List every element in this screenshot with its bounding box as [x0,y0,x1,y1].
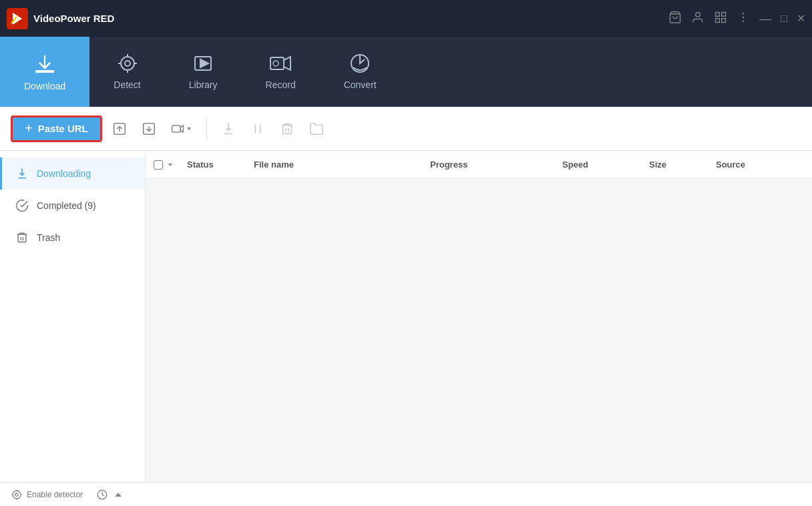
restore-button[interactable]: □ [781,13,787,25]
delete-button[interactable] [275,117,299,141]
svg-point-14 [125,61,130,66]
svg-point-45 [13,491,21,499]
svg-rect-11 [35,70,54,73]
tab-convert[interactable]: Convert [320,37,401,107]
app-title: VideoPower RED [33,13,114,24]
close-button[interactable]: ✕ [797,12,805,25]
tab-convert-label: Convert [344,79,377,90]
th-status: Status [187,160,254,170]
svg-point-13 [121,57,134,70]
statusbar: Enable detector [0,482,812,506]
content-area: Status File name Progress Speed Size Sou… [146,151,812,482]
app-logo: VideoPower RED [7,8,668,29]
sidebar-completed-label: Completed (9) [37,200,96,211]
table-body [146,179,812,482]
sidebar-downloading-label: Downloading [37,168,91,179]
expand-chevron[interactable] [115,493,122,497]
import-button[interactable] [137,117,161,141]
svg-marker-31 [187,128,191,130]
tab-library-label: Library [189,79,218,90]
table-header: Status File name Progress Speed Size Sou… [146,151,812,179]
th-checkbox [154,160,187,170]
svg-rect-29 [172,125,180,132]
th-source: Source [716,160,804,170]
tab-library[interactable]: Library [165,37,242,107]
th-progress: Progress [430,160,562,170]
svg-rect-6 [722,18,726,22]
select-all-checkbox[interactable] [154,160,163,170]
svg-rect-36 [282,125,291,134]
svg-point-3 [696,12,700,17]
app-logo-icon [7,8,28,29]
svg-rect-7 [716,18,720,22]
svg-rect-41 [18,234,26,242]
toolbar-divider-1 [206,118,207,140]
svg-marker-30 [180,125,183,132]
paste-url-label: Paste URL [38,123,88,134]
tab-record-label: Record [266,79,296,90]
user-icon[interactable] [691,11,704,27]
pause-button[interactable] [246,117,270,141]
cart-icon[interactable] [668,11,682,27]
svg-point-10 [743,20,745,22]
paste-url-button[interactable]: + Paste URL [11,115,102,142]
tab-detect-label: Detect [114,79,140,90]
nav-tabs: Download Detect Library Record [0,37,812,107]
enable-detector-label: Enable detector [27,490,83,499]
svg-rect-21 [270,57,284,69]
minimize-button[interactable]: — [759,13,771,25]
svg-point-23 [273,61,278,66]
tab-detect[interactable]: Detect [89,37,164,107]
svg-marker-22 [284,57,290,70]
enable-detector-toggle[interactable]: Enable detector [11,489,83,501]
svg-rect-5 [722,12,726,16]
sidebar-item-downloading[interactable]: Downloading [0,158,145,190]
paste-url-plus-icon: + [25,121,33,136]
tab-download-label: Download [24,81,65,91]
sidebar-item-trash[interactable]: Trash [0,222,145,254]
toolbar: + Paste URL [0,107,812,151]
screen-record-button[interactable] [166,117,197,141]
svg-rect-4 [716,12,720,16]
th-filename: File name [254,160,430,170]
main-content: Downloading Completed (9) Trash [0,151,812,482]
sidebar: Downloading Completed (9) Trash [0,151,146,482]
open-folder-button[interactable] [304,117,329,141]
history-icon[interactable] [96,489,108,501]
svg-point-9 [743,16,745,18]
sidebar-trash-label: Trash [37,232,60,243]
sidebar-item-completed[interactable]: Completed (9) [0,190,145,222]
svg-marker-44 [168,164,172,166]
upload-file-button[interactable] [108,117,132,141]
svg-point-8 [743,12,745,14]
more-icon[interactable] [737,11,750,27]
svg-marker-20 [200,59,208,67]
titlebar-controls: — □ ✕ [668,11,805,27]
titlebar: VideoPower RED — □ [0,0,812,37]
grid-icon[interactable] [714,11,727,27]
th-speed: Speed [562,160,649,170]
svg-point-46 [15,493,19,496]
start-download-button[interactable] [216,117,240,141]
tab-record[interactable]: Record [242,37,320,107]
tab-download[interactable]: Download [0,37,89,107]
th-size: Size [649,160,716,170]
